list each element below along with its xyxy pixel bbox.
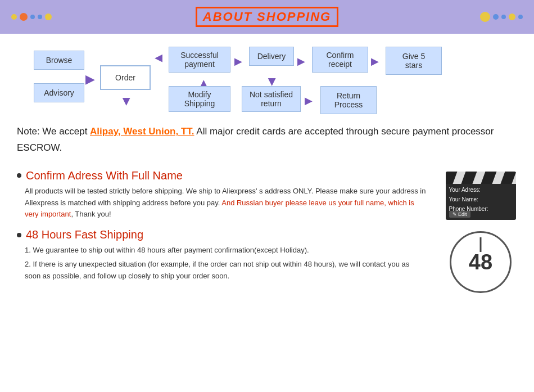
flow-box-browse: Browse	[34, 51, 84, 70]
arrow-to-delivery: ▶	[234, 55, 242, 67]
flow-box-modify-shipping: ModifyShipping	[169, 86, 230, 112]
address-text: All products will be tested strictly bef…	[17, 186, 427, 220]
clapperboard-image: Your Adress: Your Name: Phone Number: ✎ …	[446, 169, 516, 220]
edit-button[interactable]: ✎ Edit	[449, 211, 470, 218]
flow-box-return-process: ReturnProcess	[320, 86, 377, 114]
dot-r4	[509, 13, 515, 20]
dot-r2	[493, 14, 499, 20]
flow-box-delivery: Delivery	[249, 47, 294, 66]
address-content: Confirm Adress With Full Name All produc…	[17, 169, 427, 220]
clock-circle: 48	[450, 231, 512, 293]
clock-48-image: 48	[447, 228, 514, 296]
dot-4	[38, 15, 42, 19]
dot-5	[45, 13, 52, 20]
note-section: Note: We accept Alipay, West Union, TT. …	[0, 115, 534, 162]
clock-hand	[480, 237, 482, 252]
header: ABOUT SHOPPING	[0, 0, 534, 34]
clock-number: 48	[469, 250, 492, 274]
header-dots-right	[480, 12, 523, 22]
dot-r3	[501, 15, 506, 19]
arrow-to-5stars: ▶	[371, 55, 379, 67]
address-title: Confirm Adress With Full Name	[17, 169, 427, 182]
arrow-down-modify: ▶	[121, 98, 133, 106]
note-link: Alipay, West Union, TT.	[90, 126, 194, 137]
flow-box-not-satisfied: Not satisfiedreturn	[242, 86, 301, 112]
address-section: Confirm Adress With Full Name All produc…	[0, 166, 534, 223]
bullet-dot-address	[17, 173, 21, 178]
page-title: ABOUT SHOPPING	[196, 7, 338, 27]
flow-box-advisory: Advisory	[34, 83, 84, 102]
flow-box-confirm-receipt: Confirmreceipt	[312, 47, 368, 73]
flow-box-order: Order	[100, 65, 151, 90]
flow-box-successful-payment: Successfulpayment	[169, 47, 230, 73]
flow-diagram-section: Browse Advisory ▶ Order ▶ ▶ Successfulpa…	[0, 34, 534, 115]
dot-1	[11, 14, 17, 20]
shipping-section: 48 Hours Fast Shipping 1. We guarantee t…	[0, 226, 534, 299]
header-dots-left	[11, 13, 52, 21]
dot-2	[20, 13, 28, 21]
arrow-to-order: ▶	[85, 72, 95, 87]
note-prefix: Note: We accept	[17, 126, 90, 137]
address-image: Your Adress: Your Name: Phone Number: ✎ …	[444, 169, 517, 220]
arrow-down-not-satisfied: ▶	[266, 78, 279, 86]
clapperboard-text: Your Adress: Your Name: Phone Number:	[449, 185, 488, 214]
arrow-to-return: ▶	[305, 94, 313, 107]
shipping-text: 1. We guarantee to ship out within 48 ho…	[17, 245, 427, 282]
clapperboard-top	[446, 172, 516, 184]
dot-r1	[480, 12, 490, 22]
flow-box-give-5-stars: Give 5 stars	[386, 47, 442, 75]
dot-3	[30, 15, 35, 19]
shipping-content: 48 Hours Fast Shipping 1. We guarantee t…	[17, 228, 427, 282]
shipping-title: 48 Hours Fast Shipping	[17, 228, 427, 241]
dot-r5	[518, 15, 523, 19]
arrow-to-payment: ▶	[155, 53, 162, 65]
bullet-dot-shipping	[17, 233, 21, 237]
arrow-to-confirm: ▶	[297, 55, 305, 67]
shipping-image: 48	[444, 228, 517, 296]
